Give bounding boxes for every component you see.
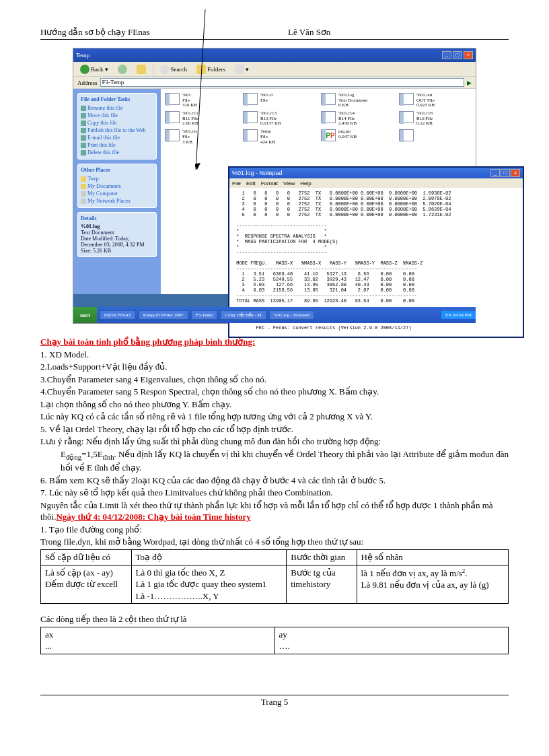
file-item[interactable]: %01.logText Document6 KB: [321, 93, 394, 108]
address-input[interactable]: F3-Temp: [100, 78, 465, 87]
task-item[interactable]: Print this file: [81, 141, 153, 149]
place-item[interactable]: Twrp: [81, 175, 153, 182]
task-icon: [81, 113, 86, 118]
minimize-button[interactable]: _: [442, 51, 451, 59]
file-tasks-title: File and Folder Tasks: [81, 96, 153, 102]
file-size: 310 KB: [182, 103, 197, 108]
file-icon: [243, 93, 258, 105]
taskbar: start Dự tôi FINAS Kingsoft Writer 2007 …: [73, 307, 476, 323]
task-item[interactable]: Publish this file to the Web: [81, 127, 153, 134]
close-button[interactable]: ×: [464, 51, 473, 59]
file-area: %01File310 KB%01.dFile%01.logText Docume…: [161, 89, 476, 294]
address-bar: Address F3-Temp ▶: [73, 77, 476, 89]
forward-button[interactable]: [115, 64, 130, 75]
step-1: 1. XD Model.: [40, 349, 509, 361]
folder-icon: [81, 176, 86, 182]
menu-edit[interactable]: Edit: [246, 180, 256, 186]
views-button[interactable]: ▾: [232, 64, 252, 75]
task-item[interactable]: Delete this file: [81, 149, 153, 156]
start-button[interactable]: start: [73, 307, 97, 323]
task-icon: [81, 121, 86, 126]
menu-view[interactable]: View: [283, 180, 295, 186]
file-item[interactable]: %01.r11R11 File2.60 KB: [165, 111, 237, 127]
task-item[interactable]: Move this file: [81, 112, 153, 119]
file-item[interactable]: TempFile424 KB: [243, 129, 316, 145]
file-icon: [399, 111, 414, 123]
details-line: December 03, 2008, 4:32 PM: [81, 242, 153, 248]
notepad-menu: File Edit Format View Help: [229, 178, 523, 188]
address-label: Address: [77, 79, 98, 86]
search-icon: [160, 65, 170, 74]
views-icon: [235, 65, 244, 74]
details-line: Text Document: [81, 230, 153, 236]
taskbar-item[interactable]: Công việc bốn - M: [220, 310, 266, 320]
taskbar-item[interactable]: F3-Temp: [191, 310, 218, 320]
step-6: 6. Bấm xem KQ sẽ thấy 2loại KQ của các d…: [40, 475, 509, 487]
limit-note: Nguyên tắc của Limit là xét theo thứ tự …: [40, 500, 509, 523]
file-icon: [165, 111, 180, 123]
td: Bước tg của timehistory: [287, 565, 357, 604]
taskbar-item[interactable]: Dự tôi FINAS: [100, 310, 136, 320]
task-item[interactable]: E-mail this file: [81, 134, 153, 141]
file-size: 3 KB: [182, 140, 197, 145]
file-size: 0.923 KB: [416, 103, 435, 108]
menu-file[interactable]: File: [232, 180, 241, 186]
taskbar-item[interactable]: %01.log - Notepad: [269, 310, 314, 320]
taskbar-item[interactable]: Kingsoft Writer 2007: [139, 310, 188, 320]
file-item[interactable]: %01File310 KB: [165, 93, 237, 108]
task-icon: [81, 106, 86, 111]
file-item[interactable]: %01.rstFile3 KB: [165, 129, 237, 145]
td: ay ….: [274, 627, 509, 654]
task-item[interactable]: Copy this file: [81, 119, 153, 127]
step-4c: Lúc này KQ có cả các tần số riêng rẽ và …: [40, 411, 509, 423]
file-item[interactable]: [399, 129, 472, 145]
file-sub: File: [260, 98, 272, 104]
system-tray[interactable]: EN 04:34 PM: [441, 311, 476, 319]
td: ax ...: [41, 627, 275, 654]
file-icon: [399, 93, 414, 105]
cols-note: Các dòng tiếp theo là 2 cột theo thứ tự …: [40, 613, 509, 625]
file-icon: [399, 129, 414, 141]
menu-help[interactable]: Help: [300, 180, 311, 186]
th-4: Hệ số nhân: [357, 549, 508, 565]
page-footer: Trang 5: [40, 695, 509, 708]
place-item[interactable]: My Computer: [81, 190, 153, 197]
explorer-toolbar: Back ▾ Search Folders ▾: [73, 62, 476, 77]
cols-table: ax ... ay ….: [40, 627, 509, 654]
go-button[interactable]: ▶: [467, 79, 472, 86]
file-item[interactable]: %01.r16R16 File0.12 KB: [399, 111, 472, 127]
file-size: 0.12 KB: [416, 121, 433, 127]
folders-button[interactable]: Folders: [194, 64, 228, 75]
step-2: 2.Loads+Support+Vật liệu đầy đủ.: [40, 361, 509, 373]
date-link[interactable]: Ngày thứ 4: 04/12/2008: Chạy bài toán Ti…: [56, 512, 250, 522]
file-size: 0.047 KB: [338, 135, 357, 140]
maximize-button[interactable]: □: [453, 51, 462, 59]
notepad-maximize[interactable]: □: [501, 169, 510, 177]
details-line: Date Modified: Today,: [81, 236, 153, 242]
file-item[interactable]: %01.outOUT File0.923 KB: [399, 93, 472, 108]
details-line: Size: 5.26 KB: [81, 248, 153, 254]
back-button[interactable]: Back ▾: [77, 64, 111, 75]
computer-icon: [81, 191, 86, 197]
file-icon: [321, 111, 336, 123]
search-button[interactable]: Search: [157, 64, 190, 75]
task-icon: [81, 135, 86, 141]
place-item[interactable]: My Network Places: [81, 197, 153, 205]
header-right: Lê Văn Sơn: [261, 27, 509, 38]
place-item[interactable]: My Documents: [81, 182, 153, 190]
task-item[interactable]: Rename this file: [81, 104, 153, 112]
up-button[interactable]: [134, 64, 149, 75]
file-item[interactable]: %01.dFile: [243, 93, 316, 108]
file-item[interactable]: %01.r13R13 File0.0137 KB: [243, 111, 316, 127]
page-header: Hướng dẫn sơ bộ chạy FEnas Lê Văn Sơn: [40, 27, 509, 40]
notepad-title-text: %01.log - Notepad: [232, 170, 283, 176]
notepad-minimize[interactable]: _: [490, 169, 500, 177]
menu-format[interactable]: Format: [261, 180, 278, 186]
file-item[interactable]: PPprg.pp0.047 KB: [321, 129, 394, 145]
file-item[interactable]: %01.r14R14 File2.436 KB: [321, 111, 394, 127]
file-size: 0.0137 KB: [260, 121, 281, 127]
notepad-close[interactable]: ×: [511, 169, 520, 177]
th-1: Số cặp dữ liệu có: [41, 549, 132, 565]
details-block: Details %01.log Text Document Date Modif…: [77, 212, 157, 257]
td: Là 0 thì gia tốc theo X, Z Là 1 gia tốc …: [131, 565, 287, 604]
